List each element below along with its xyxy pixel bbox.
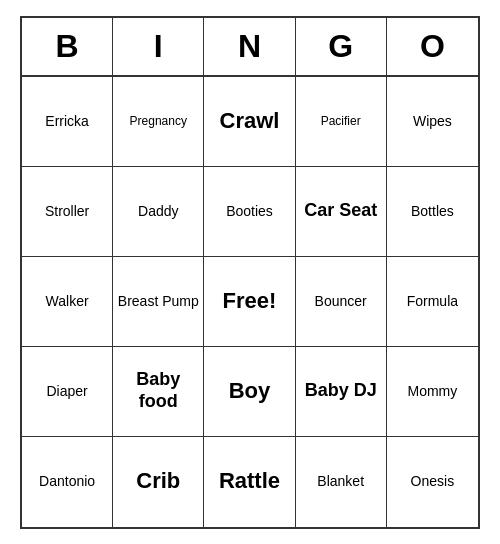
bingo-cell-4: Wipes	[387, 77, 478, 167]
bingo-cell-22: Rattle	[204, 437, 295, 527]
header-letter-o: O	[387, 18, 478, 75]
bingo-cell-21: Crib	[113, 437, 204, 527]
bingo-cell-23: Blanket	[296, 437, 387, 527]
bingo-header: BINGO	[22, 18, 478, 77]
bingo-grid: ErrickaPregnancyCrawlPacifierWipesStroll…	[22, 77, 478, 527]
bingo-cell-14: Formula	[387, 257, 478, 347]
bingo-cell-16: Baby food	[113, 347, 204, 437]
bingo-cell-24: Onesis	[387, 437, 478, 527]
bingo-cell-13: Bouncer	[296, 257, 387, 347]
header-letter-n: N	[204, 18, 295, 75]
bingo-cell-3: Pacifier	[296, 77, 387, 167]
bingo-cell-0: Erricka	[22, 77, 113, 167]
bingo-cell-2: Crawl	[204, 77, 295, 167]
bingo-cell-1: Pregnancy	[113, 77, 204, 167]
bingo-cell-5: Stroller	[22, 167, 113, 257]
bingo-cell-9: Bottles	[387, 167, 478, 257]
bingo-cell-8: Car Seat	[296, 167, 387, 257]
bingo-cell-11: Breast Pump	[113, 257, 204, 347]
header-letter-g: G	[296, 18, 387, 75]
header-letter-i: I	[113, 18, 204, 75]
bingo-cell-12: Free!	[204, 257, 295, 347]
bingo-cell-7: Booties	[204, 167, 295, 257]
bingo-cell-20: Dantonio	[22, 437, 113, 527]
bingo-cell-18: Baby DJ	[296, 347, 387, 437]
bingo-cell-6: Daddy	[113, 167, 204, 257]
bingo-cell-15: Diaper	[22, 347, 113, 437]
bingo-card: BINGO ErrickaPregnancyCrawlPacifierWipes…	[20, 16, 480, 529]
bingo-cell-17: Boy	[204, 347, 295, 437]
header-letter-b: B	[22, 18, 113, 75]
bingo-cell-19: Mommy	[387, 347, 478, 437]
bingo-cell-10: Walker	[22, 257, 113, 347]
